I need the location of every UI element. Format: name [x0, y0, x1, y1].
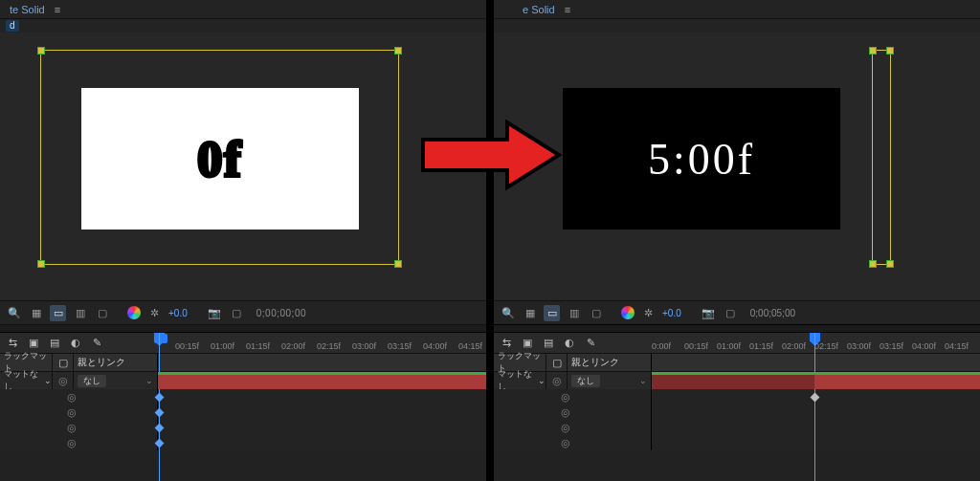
layer-track[interactable] [158, 372, 486, 389]
composition-viewer[interactable]: 0f [0, 33, 486, 300]
viewer-tag[interactable]: d [6, 20, 19, 32]
parent-dropdown[interactable]: なし⌄ [74, 372, 158, 389]
transition-arrow [419, 117, 563, 193]
col-switch[interactable]: ▢ [546, 354, 568, 371]
handle-tl[interactable] [37, 47, 45, 55]
property-row-2: ◎ [494, 404, 980, 420]
matte-cell[interactable]: マットなし⌄ [0, 372, 53, 389]
pickwhip-icon[interactable]: ◎ [546, 372, 568, 389]
viewer-footer: 🔍 ▦ ▭ ▥ ▢ ✲ +0.0 📷 ▢ 0;00;05;00 [494, 300, 980, 325]
comp-canvas: 5:00f [563, 88, 840, 230]
mask-toggle-icon[interactable]: ▭ [50, 305, 66, 321]
tl-shy-icon[interactable]: ▣ [521, 337, 534, 350]
safe-zones-icon[interactable]: ▢ [588, 305, 604, 321]
current-timecode[interactable]: 0;00;00;00 [256, 308, 306, 318]
handle-tr[interactable] [886, 47, 894, 55]
viewer-tab[interactable]: e Solid [517, 2, 561, 17]
timeline-header: ⇆ ▣ ▤ ◐ ✎ 0f 00:15f01:00f01:15f02:00f02:… [0, 333, 486, 354]
handle-br[interactable] [394, 260, 402, 268]
magnify-icon[interactable]: 🔍 [6, 305, 22, 321]
panel-separator [486, 0, 494, 481]
layer-bounding-box[interactable] [872, 50, 891, 265]
tl-frame-blend-icon[interactable]: ▤ [48, 337, 61, 350]
prop-pickwhip-2[interactable]: ◎ [494, 404, 652, 420]
handle-br[interactable] [886, 260, 894, 268]
exposure-value[interactable]: +0.0 [168, 308, 188, 318]
tl-search-icon[interactable]: ⇆ [500, 337, 513, 350]
grid-icon[interactable]: ▦ [522, 305, 538, 321]
tl-graph-icon[interactable]: ✎ [90, 337, 103, 350]
time-ruler[interactable]: 0:00f00:15f01:00f01:15f02:00f02:15f03:00… [652, 333, 980, 353]
track-header-area [652, 354, 980, 371]
layer-row[interactable]: マットなし⌄ ◎ なし⌄ [494, 372, 980, 389]
tl-motion-blur-icon[interactable]: ◐ [563, 337, 576, 350]
tl-search-icon[interactable]: ⇆ [6, 337, 19, 350]
prop-pickwhip-4[interactable]: ◎ [0, 435, 158, 450]
exposure-gear-icon[interactable]: ✲ [146, 305, 163, 321]
guides-icon[interactable]: ▥ [72, 305, 88, 321]
tl-graph-icon[interactable]: ✎ [584, 337, 597, 350]
comp-canvas: 0f [81, 88, 359, 230]
guides-icon[interactable]: ▥ [566, 305, 582, 321]
time-ruler[interactable]: 0f 00:15f01:00f01:15f02:00f02:15f03:00f0… [158, 333, 486, 353]
handle-bl[interactable] [37, 260, 45, 268]
handle-tr[interactable] [394, 47, 402, 55]
parent-dropdown[interactable]: なし⌄ [568, 372, 652, 389]
current-timecode[interactable]: 0;00;05;00 [750, 308, 795, 318]
ruler-tick: 03:00f [352, 341, 376, 351]
grid-icon[interactable]: ▦ [28, 305, 44, 321]
snapshot-icon[interactable]: 📷 [701, 305, 717, 321]
preview-icon[interactable]: ▢ [229, 305, 245, 321]
color-management-icon[interactable] [621, 306, 635, 319]
keyframe[interactable] [811, 393, 820, 403]
prop-pickwhip-1[interactable]: ◎ [0, 389, 158, 404]
matte-cell[interactable]: マットなし⌄ [494, 372, 546, 389]
viewer-tab[interactable]: te Solid [4, 2, 51, 17]
mask-toggle-icon[interactable]: ▭ [544, 305, 560, 321]
tl-motion-blur-icon[interactable]: ◐ [69, 337, 82, 350]
ruler-tick: 01:00f [717, 341, 741, 351]
snapshot-icon[interactable]: 📷 [207, 305, 223, 321]
ruler-tick: 00:15f [684, 341, 708, 351]
left-panel: te Solid ≡ d 0f 🔍 ▦ ▭ ▥ ▢ ✲ +0.0 📷 ▢ 0;0… [0, 0, 486, 481]
prop-pickwhip-3[interactable]: ◎ [494, 420, 652, 435]
ruler-tick: 04:15f [945, 341, 969, 351]
ruler-tick: 04:00f [912, 341, 936, 351]
magnify-icon[interactable]: 🔍 [500, 305, 516, 321]
exposure-value[interactable]: +0.0 [662, 308, 681, 318]
property-row-3: ◎ [0, 420, 486, 435]
prop-pickwhip-3[interactable]: ◎ [0, 420, 158, 435]
col-switch[interactable]: ▢ [53, 354, 74, 371]
handle-bl[interactable] [869, 260, 877, 268]
tl-frame-blend-icon[interactable]: ▤ [542, 337, 555, 350]
prop-pickwhip-4[interactable]: ◎ [494, 435, 652, 450]
tag-bar: d [0, 19, 486, 33]
viewer-tabbar: e Solid ≡ [494, 0, 980, 19]
handle-tl[interactable] [869, 47, 877, 55]
prop-pickwhip-1[interactable]: ◎ [494, 389, 652, 404]
panel-menu-icon[interactable]: ≡ [55, 4, 60, 15]
composition-viewer[interactable]: 5:00f [494, 33, 980, 300]
property-row-1: ◎ [494, 389, 980, 404]
pickwhip-icon[interactable]: ◎ [53, 372, 74, 389]
safe-zones-icon[interactable]: ▢ [94, 305, 110, 321]
layer-bar-past[interactable] [652, 375, 814, 389]
viewer-text: 5:00f [648, 134, 755, 185]
layer-bar[interactable] [814, 375, 980, 389]
layer-track[interactable] [652, 372, 980, 389]
ruler-tick: 02:00f [281, 341, 305, 351]
property-row-4: ◎ [494, 435, 980, 450]
col-parent-link[interactable]: 親とリンク [568, 354, 652, 371]
col-parent-link[interactable]: 親とリンク [74, 354, 158, 371]
tag-bar [494, 19, 980, 33]
prop-pickwhip-2[interactable]: ◎ [0, 404, 158, 420]
panel-menu-icon[interactable]: ≡ [565, 4, 570, 15]
layer-bar[interactable] [158, 375, 486, 389]
color-management-icon[interactable] [127, 306, 141, 319]
exposure-gear-icon[interactable]: ✲ [640, 305, 657, 321]
ruler-tick: 04:15f [458, 341, 482, 351]
tl-shy-icon[interactable]: ▣ [27, 337, 40, 350]
timeline-header: ⇆ ▣ ▤ ◐ ✎ 0:00f00:15f01:00f01:15f02:00f0… [494, 333, 980, 354]
preview-icon[interactable]: ▢ [723, 305, 739, 321]
layer-row[interactable]: マットなし⌄ ◎ なし⌄ [0, 372, 486, 389]
